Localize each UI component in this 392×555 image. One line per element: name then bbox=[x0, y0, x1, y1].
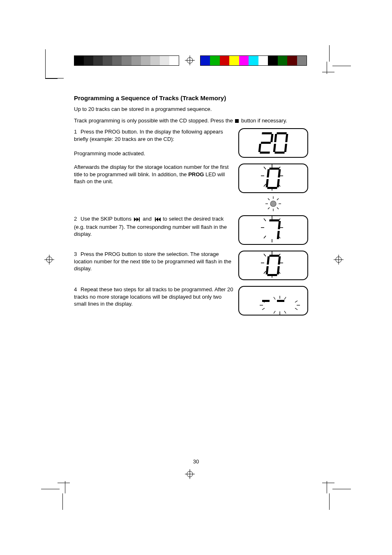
lcd-display-blink-0-b bbox=[238, 251, 308, 280]
svg-line-52 bbox=[274, 297, 275, 299]
crop-mark-tr bbox=[322, 49, 347, 74]
intro-text-2: Track programming is only possible with … bbox=[74, 117, 308, 124]
lcd-display-blink-7 bbox=[238, 215, 308, 245]
svg-line-24 bbox=[268, 198, 270, 200]
crop-mark-tl bbox=[45, 49, 64, 79]
grayscale-calibration-bar bbox=[74, 55, 179, 66]
crop-mark-br bbox=[322, 481, 347, 506]
registration-mark-right bbox=[334, 255, 344, 265]
svg-point-20 bbox=[270, 201, 276, 207]
registration-mark-top bbox=[185, 55, 195, 65]
svg-line-27 bbox=[277, 207, 279, 209]
lcd-display-blink-0 bbox=[238, 164, 308, 193]
color-calibration-bar bbox=[200, 55, 307, 66]
section-title: Programming a Sequence of Tracks (Track … bbox=[74, 94, 308, 101]
svg-rect-32 bbox=[155, 217, 156, 221]
step-2-text: 2Use the SKIP buttons and to select the … bbox=[74, 215, 234, 238]
prog-led-label: PROG bbox=[188, 171, 204, 177]
lcd-display-dashes bbox=[238, 286, 308, 315]
svg-line-28 bbox=[268, 207, 270, 209]
blink-rays-icon bbox=[257, 294, 302, 317]
crop-mark-bl bbox=[45, 481, 70, 506]
svg-line-56 bbox=[284, 311, 286, 313]
svg-line-46 bbox=[264, 254, 266, 256]
svg-rect-31 bbox=[139, 217, 140, 221]
intro-text-2a: Track programming is only possible with … bbox=[74, 117, 234, 124]
svg-line-58 bbox=[262, 301, 265, 302]
svg-line-15 bbox=[264, 167, 266, 169]
step-3-text: 3Press the PROG button to store the sele… bbox=[74, 251, 234, 272]
svg-line-62 bbox=[295, 308, 297, 310]
intro-text-1: Up to 20 tracks can be stored in a progr… bbox=[74, 106, 308, 113]
skip-back-icon bbox=[154, 216, 161, 223]
step-1b-text: Afterwards the display for the storage l… bbox=[74, 164, 234, 185]
svg-line-61 bbox=[295, 301, 297, 302]
step-1-text: 1Press the PROG button. In the display t… bbox=[74, 128, 234, 143]
step-4-text: 4Repeat these two steps for all tracks t… bbox=[74, 286, 234, 308]
svg-marker-30 bbox=[136, 217, 139, 221]
svg-marker-29 bbox=[134, 217, 136, 221]
registration-mark-left bbox=[44, 255, 54, 265]
lcd-display-20 bbox=[238, 128, 308, 158]
svg-marker-34 bbox=[158, 217, 161, 221]
skip-forward-icon bbox=[134, 216, 141, 223]
page-number: 30 bbox=[193, 458, 199, 465]
svg-line-22 bbox=[277, 198, 279, 200]
page-content: Programming a Sequence of Tracks (Track … bbox=[74, 94, 308, 321]
svg-marker-33 bbox=[156, 217, 158, 221]
svg-line-55 bbox=[274, 311, 275, 313]
svg-line-59 bbox=[262, 308, 265, 310]
registration-mark-bottom bbox=[185, 469, 195, 479]
stop-icon bbox=[235, 119, 239, 123]
step-1-note: Programming mode activated. bbox=[74, 150, 234, 157]
led-blink-icon bbox=[263, 195, 284, 211]
svg-line-53 bbox=[284, 297, 286, 299]
intro-text-2b: button if necessary. bbox=[240, 117, 287, 124]
svg-line-38 bbox=[264, 219, 266, 221]
